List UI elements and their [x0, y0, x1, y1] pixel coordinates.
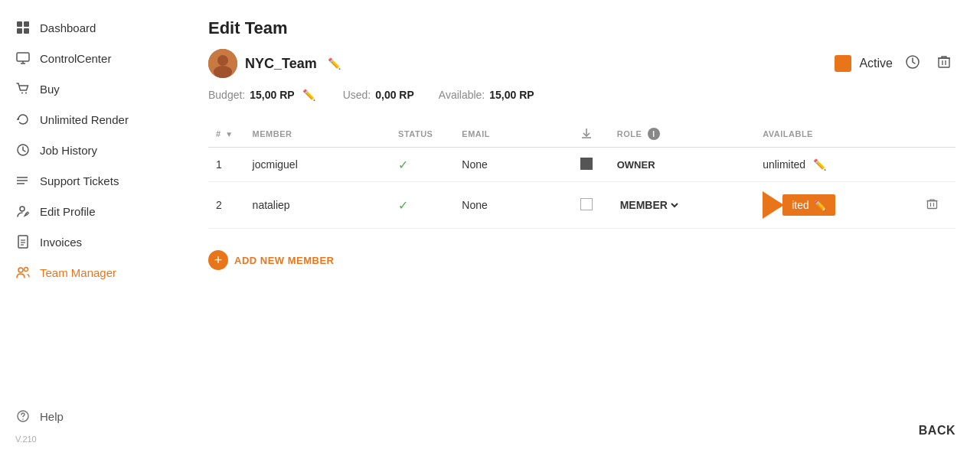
delete-team-button[interactable] [933, 54, 956, 73]
available-item: Available: 15,00 RP [439, 89, 534, 101]
grid-icon [15, 20, 31, 35]
row1-dl [573, 148, 609, 182]
col-header-status: STATUS [390, 121, 454, 148]
sidebar-item-unlimited-render[interactable]: Unlimited Render [0, 104, 184, 135]
svg-point-15 [17, 183, 18, 184]
row2-role-select[interactable]: MEMBER OWNER [617, 198, 681, 212]
row2-member: nataliep [245, 182, 390, 229]
svg-rect-29 [939, 58, 949, 67]
sidebar-label-team-manager: Team Manager [40, 266, 116, 279]
row1-num: 1 [208, 148, 245, 182]
add-member-label: ADD NEW MEMBER [234, 255, 335, 266]
row2-available-edit-icon[interactable]: ✏️ [814, 200, 826, 211]
refresh-icon [15, 112, 31, 127]
row1-email: None [454, 148, 573, 182]
available-value: 15,00 RP [489, 89, 534, 101]
col-header-member: MEMBER [245, 121, 390, 148]
row1-available-edit-button[interactable]: ✏️ [810, 157, 829, 172]
svg-point-21 [18, 268, 23, 272]
col-header-available: AVAILABLE [755, 121, 919, 148]
svg-rect-2 [17, 28, 22, 34]
role-info-icon[interactable]: i [648, 128, 660, 140]
team-name-edit-button[interactable]: ✏️ [325, 56, 344, 71]
users-icon [15, 265, 31, 280]
add-circle-icon: + [208, 250, 228, 270]
dl-checkbox-checked[interactable] [580, 158, 593, 170]
svg-rect-4 [17, 53, 29, 61]
num-col-label: # [216, 129, 221, 138]
svg-rect-35 [928, 201, 937, 209]
used-label: Used: [343, 89, 371, 101]
sidebar-label-controlcenter: ControlCenter [40, 52, 111, 65]
row1-actions [919, 148, 956, 182]
monitor-icon [15, 50, 31, 66]
sidebar-item-help[interactable]: Help [0, 401, 184, 431]
row2-available: ited ✏️ [755, 182, 919, 229]
back-button[interactable]: BACK [919, 424, 956, 438]
sidebar-item-dashboard[interactable]: Dashboard [0, 12, 184, 43]
row1-role: OWNER [609, 148, 755, 182]
sidebar-label-support-tickets: Support Tickets [40, 174, 119, 187]
budget-row: Budget: 15,00 RP ✏️ Used: 0,00 RP Availa… [208, 87, 956, 103]
sidebar-item-controlcenter[interactable]: ControlCenter [0, 43, 184, 73]
members-table: # ▼ MEMBER STATUS EMAIL ROLE i A [208, 121, 956, 229]
active-badge-row: Active [835, 53, 956, 75]
team-name: NYC_Team [245, 56, 317, 72]
clock-icon [15, 142, 31, 158]
sidebar-label-job-history: Job History [40, 144, 97, 157]
user-edit-icon [15, 203, 31, 219]
table-header-row: # ▼ MEMBER STATUS EMAIL ROLE i A [208, 121, 956, 148]
page-title: Edit Team [208, 18, 956, 38]
sidebar: Dashboard ControlCenter Buy [0, 0, 184, 459]
row2-status: ✓ [390, 182, 454, 229]
row1-available-text: unlimited [763, 158, 805, 171]
used-value: 0,00 RP [375, 89, 414, 101]
row2-email: None [454, 182, 573, 229]
sidebar-item-team-manager[interactable]: Team Manager [0, 257, 184, 288]
col-header-download [573, 121, 609, 148]
row2-num: 2 [208, 182, 245, 229]
team-name-row: NYC_Team ✏️ [208, 49, 344, 78]
main-content: Edit Team NYC_Team ✏️ Active [184, 0, 980, 459]
svg-point-7 [21, 93, 23, 94]
table-row: 2 nataliep ✓ None MEMBER OWNER [208, 182, 956, 229]
budget-edit-button[interactable]: ✏️ [299, 87, 318, 103]
col-header-email: EMAIL [454, 121, 573, 148]
app-version: V.210 [0, 431, 184, 447]
row2-delete-button[interactable] [926, 198, 938, 212]
file-icon [15, 234, 31, 249]
check-icon: ✓ [398, 199, 408, 212]
available-highlight-box: ited ✏️ [782, 194, 835, 216]
sidebar-item-invoices[interactable]: Invoices [0, 226, 184, 257]
row1-available-cell: unlimited ✏️ [763, 157, 911, 172]
active-label: Active [859, 57, 893, 70]
sidebar-item-support-tickets[interactable]: Support Tickets [0, 165, 184, 196]
add-new-member-row[interactable]: + ADD NEW MEMBER [208, 250, 956, 270]
svg-point-26 [217, 55, 228, 66]
list-icon [15, 173, 31, 188]
dl-checkbox-empty[interactable] [580, 198, 593, 210]
col-header-role: ROLE i [609, 121, 755, 148]
svg-point-14 [17, 180, 18, 181]
orange-arrow [763, 191, 784, 219]
sidebar-item-edit-profile[interactable]: Edit Profile [0, 196, 184, 226]
available-label: Available: [439, 89, 485, 101]
svg-point-22 [24, 268, 28, 272]
col-header-num: # ▼ [208, 121, 245, 148]
team-header: NYC_Team ✏️ Active [208, 49, 956, 78]
row1-role-label: OWNER [617, 159, 655, 171]
budget-item: Budget: 15,00 RP ✏️ [208, 87, 318, 103]
help-label: Help [40, 410, 64, 423]
row2-available-highlighted: ited ✏️ [763, 191, 911, 219]
sidebar-item-job-history[interactable]: Job History [0, 135, 184, 165]
sidebar-label-invoices: Invoices [40, 236, 82, 249]
svg-point-16 [20, 207, 24, 211]
team-avatar [208, 49, 237, 78]
history-button[interactable] [900, 53, 925, 75]
sidebar-item-buy[interactable]: Buy [0, 73, 184, 104]
row2-available-text: ited [792, 199, 809, 211]
table-row: 1 jocmiguel ✓ None OWNER unlimited ✏️ [208, 148, 956, 182]
row2-actions [919, 182, 956, 229]
col-header-actions [919, 121, 956, 148]
budget-value: 15,00 RP [250, 89, 294, 101]
